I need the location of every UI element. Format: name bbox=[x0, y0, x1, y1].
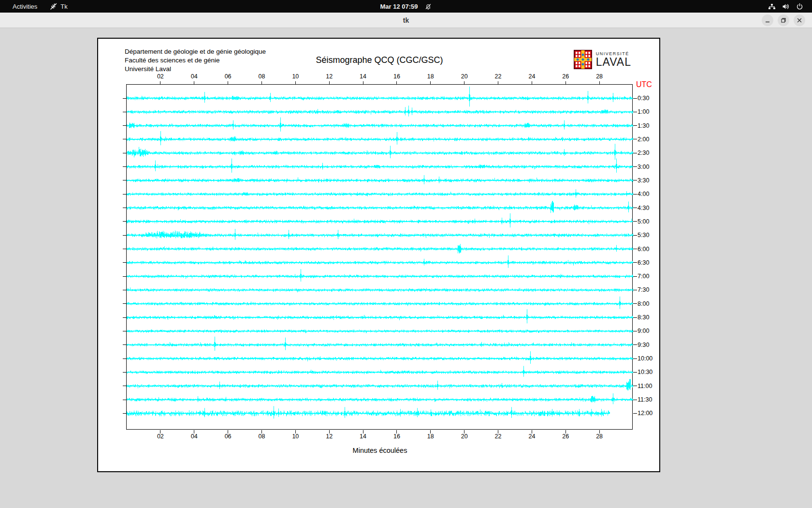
time-label: 7:30 bbox=[638, 286, 649, 293]
time-label: 6:00 bbox=[638, 246, 649, 253]
x-tick-label-bottom: 04 bbox=[191, 433, 198, 440]
trace-tick-right bbox=[633, 290, 637, 290]
trace-tick-right bbox=[633, 276, 637, 277]
trace-tick-left bbox=[123, 98, 127, 99]
trace-tick-right bbox=[633, 112, 637, 112]
trace-tick-right bbox=[633, 194, 637, 194]
trace-tick-left bbox=[123, 400, 127, 400]
trace-tick-right bbox=[633, 386, 637, 386]
trace-tick-left bbox=[123, 180, 127, 180]
trace-tick-right bbox=[633, 221, 637, 222]
x-tick-label-top: 14 bbox=[360, 73, 366, 80]
app-menu[interactable]: Tk bbox=[50, 3, 67, 10]
x-tick-label-top: 16 bbox=[393, 73, 400, 80]
x-tick-top bbox=[498, 81, 498, 85]
x-tick-label-bottom: 24 bbox=[528, 433, 535, 440]
x-axis-title: Minutes écoulées bbox=[127, 447, 633, 454]
trace-tick-right bbox=[633, 413, 637, 414]
trace-tick-left bbox=[123, 276, 127, 277]
x-tick-label-top: 02 bbox=[157, 73, 164, 80]
trace-tick-left bbox=[123, 413, 127, 414]
trace-tick-right bbox=[633, 139, 637, 139]
time-label: 6:30 bbox=[638, 259, 649, 266]
x-tick-label-bottom: 06 bbox=[225, 433, 232, 440]
x-tick-label-bottom: 28 bbox=[596, 433, 603, 440]
x-tick-label-top: 12 bbox=[326, 73, 333, 80]
x-tick-top bbox=[329, 81, 330, 85]
trace-tick-right bbox=[633, 372, 637, 373]
x-tick-top bbox=[532, 81, 532, 85]
trace-tick-right bbox=[633, 344, 637, 345]
logo-line-2: LAVAL bbox=[596, 56, 631, 68]
app-menu-label: Tk bbox=[60, 3, 67, 10]
clock-label: Mar 12 07:59 bbox=[380, 3, 418, 10]
seismograph-page: Département de géologie et de génie géol… bbox=[97, 38, 660, 472]
time-label: 3:00 bbox=[638, 164, 649, 170]
window-title: tk bbox=[403, 16, 409, 24]
time-label: 12:00 bbox=[638, 410, 652, 417]
trace-tick-right bbox=[633, 166, 637, 167]
trace-tick-right bbox=[633, 208, 637, 208]
x-tick-label-top: 18 bbox=[427, 73, 434, 80]
x-tick-label-top: 08 bbox=[259, 73, 265, 80]
x-tick-label-bottom: 22 bbox=[495, 433, 502, 440]
x-tick-label-bottom: 16 bbox=[393, 433, 400, 440]
time-label: 10:30 bbox=[638, 369, 652, 375]
x-tick-top bbox=[160, 81, 160, 85]
trace-tick-right bbox=[633, 249, 637, 249]
tk-icon bbox=[50, 3, 57, 10]
system-status-area[interactable] bbox=[768, 3, 803, 10]
x-tick-label-top: 24 bbox=[528, 73, 535, 80]
trace-tick-right bbox=[633, 98, 637, 99]
trace-tick-left bbox=[123, 359, 127, 359]
x-tick-top bbox=[599, 81, 600, 85]
trace-tick-left bbox=[123, 139, 127, 139]
volume-icon bbox=[782, 3, 790, 10]
time-label: 5:00 bbox=[638, 218, 649, 225]
trace-tick-right bbox=[633, 262, 637, 263]
time-label: 8:30 bbox=[638, 314, 649, 321]
x-tick-label-top: 26 bbox=[562, 73, 569, 80]
time-label: 7:00 bbox=[638, 273, 649, 280]
x-tick-label-bottom: 18 bbox=[427, 433, 434, 440]
minimize-button[interactable] bbox=[762, 15, 773, 26]
seismograph-plot: UTC Minutes écoulées 0202040406060808101… bbox=[126, 84, 633, 430]
x-tick-label-top: 22 bbox=[495, 73, 502, 80]
x-tick-top bbox=[430, 81, 431, 85]
trace-tick-left bbox=[123, 262, 127, 263]
x-tick-label-bottom: 08 bbox=[259, 433, 265, 440]
trace-tick-right bbox=[633, 317, 637, 318]
trace-tick-right bbox=[633, 359, 637, 359]
x-tick-top bbox=[464, 81, 464, 85]
trace-tick-left bbox=[123, 112, 127, 112]
gnome-top-bar: Activities Tk Mar 12 07:59 bbox=[0, 0, 812, 13]
trace-tick-left bbox=[123, 372, 127, 373]
activities-button[interactable]: Activities bbox=[13, 3, 37, 10]
maximize-button[interactable] bbox=[778, 15, 789, 26]
header-line-3: Université Laval bbox=[125, 65, 266, 74]
time-label: 9:30 bbox=[638, 342, 649, 348]
laval-shield-icon bbox=[574, 50, 592, 69]
time-label: 11:30 bbox=[638, 396, 652, 403]
x-tick-label-bottom: 12 bbox=[326, 433, 333, 440]
trace-tick-left bbox=[123, 235, 127, 236]
tk-window-content: Département de géologie et de génie géol… bbox=[0, 28, 812, 508]
x-tick-label-bottom: 14 bbox=[360, 433, 366, 440]
page-title: Séismographe QCQ (CGC/GSC) bbox=[126, 55, 633, 65]
x-tick-top bbox=[295, 81, 296, 85]
close-button[interactable] bbox=[794, 15, 805, 26]
x-tick-top bbox=[261, 81, 262, 85]
clock-button[interactable]: Mar 12 07:59 bbox=[380, 3, 432, 10]
utc-label: UTC bbox=[636, 80, 652, 89]
trace-tick-left bbox=[123, 290, 127, 290]
trace-tick-left bbox=[123, 221, 127, 222]
time-label: 10:00 bbox=[638, 355, 652, 362]
trace-tick-left bbox=[123, 125, 127, 126]
time-label: 4:00 bbox=[638, 191, 649, 197]
x-tick-label-bottom: 10 bbox=[292, 433, 299, 440]
trace-tick-left bbox=[123, 166, 127, 167]
trace-tick-left bbox=[123, 331, 127, 331]
trace-tick-right bbox=[633, 125, 637, 126]
time-label: 1:30 bbox=[638, 122, 649, 129]
trace-tick-left bbox=[123, 153, 127, 153]
